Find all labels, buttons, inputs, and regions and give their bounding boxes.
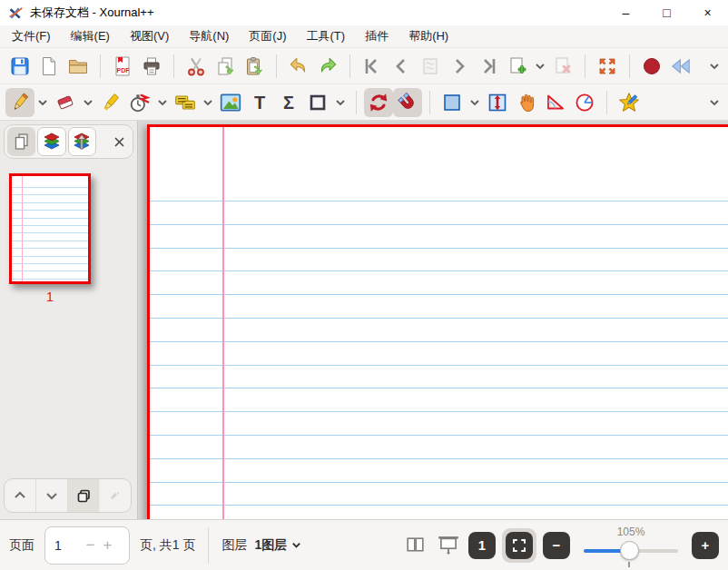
selection-dropdown[interactable] <box>467 88 483 117</box>
vertical-space-icon <box>487 92 508 113</box>
menu-item-3[interactable]: 导航(N) <box>179 25 239 47</box>
export-pdf-button[interactable]: PDF <box>108 52 137 81</box>
more-page-actions-button[interactable] <box>99 479 131 512</box>
menu-item-4[interactable]: 页面(J) <box>239 25 296 47</box>
zoom-in-button[interactable]: + <box>692 532 719 559</box>
rotation-snapping-icon <box>367 91 390 114</box>
new-document-icon <box>38 55 60 77</box>
rect-selection-button[interactable] <box>438 88 467 117</box>
menu-item-6[interactable]: 插件 <box>355 25 398 47</box>
cut-button[interactable] <box>182 52 211 81</box>
move-page-up-button[interactable] <box>5 479 35 512</box>
layer-value: 1图层 <box>254 537 287 554</box>
separator <box>173 54 174 78</box>
previous-page-button[interactable] <box>387 52 416 81</box>
rewind-audio-button[interactable] <box>666 52 695 81</box>
pen-tool-button[interactable] <box>5 88 34 117</box>
move-down-icon <box>44 487 60 504</box>
text-recognition-dropdown[interactable] <box>200 88 216 117</box>
copy-button[interactable] <box>211 52 240 81</box>
save-icon <box>9 55 31 77</box>
presentation-mode-button[interactable] <box>435 532 462 559</box>
next-page-button[interactable] <box>445 52 474 81</box>
compass-icon <box>574 92 595 113</box>
go-to-page-button[interactable] <box>416 52 445 81</box>
grid-snapping-button[interactable] <box>393 88 422 117</box>
chevron-down-icon <box>534 60 546 73</box>
page-increase-button[interactable]: + <box>99 536 116 555</box>
page-number-input[interactable] <box>54 538 82 553</box>
paste-button[interactable] <box>240 52 269 81</box>
tab-layer-stack-preview[interactable] <box>68 127 96 156</box>
compass-button[interactable] <box>570 88 599 117</box>
zoom-out-button[interactable]: − <box>543 532 570 559</box>
menu-item-0[interactable]: 文件(F) <box>2 25 61 47</box>
menu-item-1[interactable]: 编辑(E) <box>61 25 120 47</box>
math-tex-button[interactable]: Σ <box>274 88 303 117</box>
separator <box>429 91 430 114</box>
maximize-button[interactable]: □ <box>646 0 687 25</box>
open-button[interactable] <box>64 52 93 81</box>
zoom-slider[interactable]: 105% <box>580 525 682 566</box>
last-page-button[interactable] <box>474 52 503 81</box>
open-icon <box>67 55 89 77</box>
menu-item-2[interactable]: 视图(V) <box>120 25 179 47</box>
toolbar1-overflow-button[interactable] <box>706 52 723 81</box>
separator <box>208 527 209 564</box>
document-canvas[interactable] <box>138 121 728 519</box>
highlighter-tool-button[interactable] <box>96 88 125 117</box>
close-button[interactable]: × <box>687 0 728 25</box>
insert-image-icon <box>219 91 242 114</box>
layer-selector[interactable]: 1图层 <box>254 537 302 554</box>
move-page-down-button[interactable] <box>35 479 67 512</box>
zoom-100-button[interactable]: 1 <box>468 532 496 559</box>
minimize-button[interactable]: – <box>605 0 646 25</box>
first-page-icon <box>361 55 383 77</box>
new-document-button[interactable] <box>34 52 64 81</box>
tab-page-preview[interactable] <box>7 127 35 156</box>
paired-pages-button[interactable] <box>401 532 428 559</box>
page-decrease-button[interactable]: − <box>82 536 99 555</box>
hand-tool-button[interactable] <box>512 88 541 117</box>
stopwatch-pen-dropdown[interactable] <box>154 88 171 117</box>
save-button[interactable] <box>5 52 34 81</box>
undo-button[interactable] <box>284 52 313 81</box>
eraser-dropdown[interactable] <box>80 88 96 117</box>
sidebar-close-button[interactable] <box>109 130 130 153</box>
menu-item-5[interactable]: 工具(T) <box>297 25 356 47</box>
zoom-fit-button[interactable] <box>506 532 533 559</box>
stopwatch-pen-button[interactable] <box>125 88 154 117</box>
toolbox-icon <box>617 91 641 114</box>
pen-dropdown[interactable] <box>34 88 51 117</box>
page-spinbox[interactable]: − + <box>44 526 130 565</box>
insert-page-dropdown[interactable] <box>532 52 548 81</box>
vertical-space-button[interactable] <box>483 88 512 117</box>
last-page-icon <box>477 55 499 77</box>
redo-button[interactable] <box>313 52 342 81</box>
shape-recognizer-button[interactable] <box>303 88 332 117</box>
menu-item-7[interactable]: 帮助(H) <box>398 25 458 47</box>
text-recognition-button[interactable] <box>171 88 200 117</box>
eraser-icon <box>54 92 76 113</box>
eraser-tool-button[interactable] <box>51 88 80 117</box>
shape-dropdown[interactable] <box>332 88 349 117</box>
zoom-slider-thumb[interactable] <box>620 541 639 560</box>
toolbar2-overflow-button[interactable] <box>706 88 723 117</box>
delete-page-button[interactable] <box>548 52 577 81</box>
page-thumbnail[interactable] <box>9 173 91 284</box>
toolbox-button[interactable] <box>615 88 644 117</box>
fullscreen-button[interactable] <box>593 52 622 81</box>
tab-layer-preview[interactable] <box>37 127 65 156</box>
record-audio-button[interactable] <box>637 52 666 81</box>
insert-page-button[interactable] <box>503 52 532 81</box>
separator <box>100 54 101 78</box>
print-button[interactable] <box>137 52 166 81</box>
text-tool-button[interactable]: T <box>245 88 274 117</box>
separator <box>356 91 357 114</box>
document-page[interactable] <box>147 124 728 519</box>
setsquare-button[interactable] <box>541 88 570 117</box>
duplicate-page-button[interactable] <box>67 479 99 512</box>
insert-image-button[interactable] <box>216 88 245 117</box>
first-page-button[interactable] <box>358 52 387 81</box>
rotation-snapping-button[interactable] <box>364 88 393 117</box>
